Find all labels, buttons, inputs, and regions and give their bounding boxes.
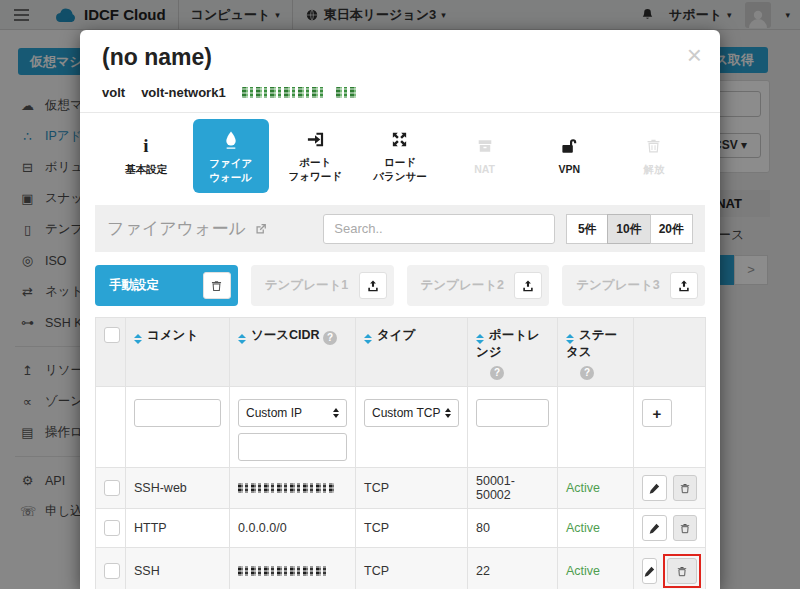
rule-port: 50001-50002: [468, 468, 558, 509]
edit-rule-button[interactable]: [642, 515, 667, 541]
rule-comment: HTTP: [126, 509, 230, 548]
sort-icon[interactable]: [238, 334, 246, 344]
modal-title: (no name): [102, 44, 698, 71]
template3-label: テンプレート3: [576, 277, 659, 294]
unlock-icon: [560, 136, 579, 156]
header-label: ソースCIDR: [251, 328, 320, 342]
template1-button[interactable]: テンプレート1: [251, 265, 394, 306]
template1-label: テンプレート1: [265, 277, 348, 294]
status-badge: Active: [558, 468, 634, 509]
arrows-expand-icon: [390, 129, 409, 149]
header-label: ポートレンジ: [476, 328, 540, 359]
tab-firewall[interactable]: ファイア ウォール: [193, 119, 269, 192]
rule-row-ssh: SSH TCP 22 Active: [96, 548, 706, 589]
page-size-10-button[interactable]: 10件: [607, 214, 650, 244]
manual-setting-button[interactable]: 手動設定: [95, 265, 238, 306]
tab-port-forward[interactable]: ポート フォワード: [277, 129, 353, 182]
rule-comment: SSH-web: [126, 468, 230, 509]
edit-rule-button[interactable]: [642, 558, 657, 584]
source-cidr-select[interactable]: Custom IP: [238, 399, 347, 427]
click-target-highlight: [663, 554, 701, 588]
template3-upload-button[interactable]: [670, 272, 698, 299]
page-size-5-button[interactable]: 5件: [566, 214, 608, 244]
tab-load-balancer[interactable]: ロード バランサー: [362, 129, 438, 182]
tab-basic-settings[interactable]: i 基本設定: [108, 136, 184, 176]
firewall-toolbar: ファイアウォール 5件 10件 20件: [95, 205, 705, 252]
sort-icon[interactable]: [134, 334, 142, 344]
rule-comment: SSH: [126, 548, 230, 589]
header-comment[interactable]: コメント: [126, 318, 230, 387]
template3-button[interactable]: テンプレート3: [562, 265, 705, 306]
info-icon: i: [143, 136, 148, 156]
header-actions: [634, 318, 706, 387]
archive-box-icon: [476, 136, 494, 156]
tab-nat: NAT: [447, 136, 523, 176]
tab-label: NAT: [474, 163, 495, 176]
port-range-input[interactable]: [476, 399, 549, 427]
select-value: Custom IP: [246, 406, 302, 420]
header-label: コメント: [147, 328, 198, 342]
header-status[interactable]: ステータス?: [558, 318, 634, 387]
tab-vpn[interactable]: VPN: [531, 136, 607, 176]
sort-icon[interactable]: [364, 334, 372, 344]
trash-icon: [645, 136, 662, 156]
row-checkbox[interactable]: [104, 520, 120, 536]
redacted-cidr: [238, 483, 334, 493]
rule-type: TCP: [356, 509, 468, 548]
row-checkbox[interactable]: [104, 480, 120, 496]
firewall-section-title: ファイアウォール: [107, 217, 246, 240]
network-name: volt-network1: [141, 85, 226, 100]
page-size-20-button[interactable]: 20件: [650, 214, 693, 244]
select-stepper-icon: [445, 408, 451, 418]
template2-button[interactable]: テンプレート2: [407, 265, 550, 306]
delete-rules-button[interactable]: [203, 272, 231, 299]
zone-name: volt: [102, 85, 125, 100]
rule-row-http: HTTP 0.0.0.0/0 TCP 80 Active: [96, 509, 706, 548]
rule-port: 80: [468, 509, 558, 548]
type-select[interactable]: Custom TCP: [364, 399, 459, 427]
header-type[interactable]: タイプ: [356, 318, 468, 387]
custom-ip-input[interactable]: [238, 433, 347, 461]
select-value: Custom TCP: [372, 406, 440, 420]
sort-icon[interactable]: [566, 334, 574, 344]
tab-label: 基本設定: [125, 163, 167, 176]
header-port-range[interactable]: ポートレンジ?: [468, 318, 558, 387]
select-all-checkbox[interactable]: [104, 327, 120, 343]
rule-type: TCP: [356, 468, 468, 509]
template2-upload-button[interactable]: [514, 272, 542, 299]
rule-cidr: [230, 468, 356, 509]
external-link-icon[interactable]: [254, 222, 268, 236]
redacted-ip-range: [242, 87, 326, 98]
tab-label: 解放: [643, 163, 664, 176]
delete-rule-button[interactable]: [673, 515, 698, 541]
header-label: タイプ: [377, 328, 415, 342]
tab-label: VPN: [558, 163, 580, 176]
new-comment-input[interactable]: [134, 399, 221, 427]
sign-in-icon: [306, 129, 325, 149]
close-icon[interactable]: ×: [687, 42, 702, 68]
rule-cidr: [230, 548, 356, 589]
tab-label: ロード バランサー: [373, 156, 426, 182]
select-all-cell: [96, 318, 126, 387]
rule-type: TCP: [356, 548, 468, 589]
help-icon[interactable]: ?: [323, 331, 337, 345]
rule-row-ssh-web: SSH-web TCP 50001-50002 Active: [96, 468, 706, 509]
edit-rule-button[interactable]: [642, 475, 667, 501]
help-icon[interactable]: ?: [490, 366, 504, 380]
add-rule-button[interactable]: +: [642, 399, 672, 427]
search-input[interactable]: [323, 214, 555, 244]
help-icon[interactable]: ?: [580, 366, 594, 380]
tab-label: ポート フォワード: [289, 156, 342, 182]
header-source-cidr[interactable]: ソースCIDR ?: [230, 318, 356, 387]
row-checkbox[interactable]: [104, 563, 120, 579]
delete-rule-button-highlighted[interactable]: [667, 558, 697, 584]
delete-rule-button[interactable]: [673, 475, 698, 501]
firewall-rules-table: コメント ソースCIDR ? タイプ ポートレンジ? ステータス? Custom…: [95, 317, 706, 589]
template1-upload-button[interactable]: [359, 272, 387, 299]
select-stepper-icon: [333, 408, 339, 418]
redacted-ip-range: [336, 87, 358, 98]
sort-icon[interactable]: [476, 334, 484, 344]
header-label: ステータス: [566, 328, 617, 359]
tab-label: ファイア ウォール: [209, 157, 252, 183]
rule-cidr: 0.0.0.0/0: [230, 509, 356, 548]
